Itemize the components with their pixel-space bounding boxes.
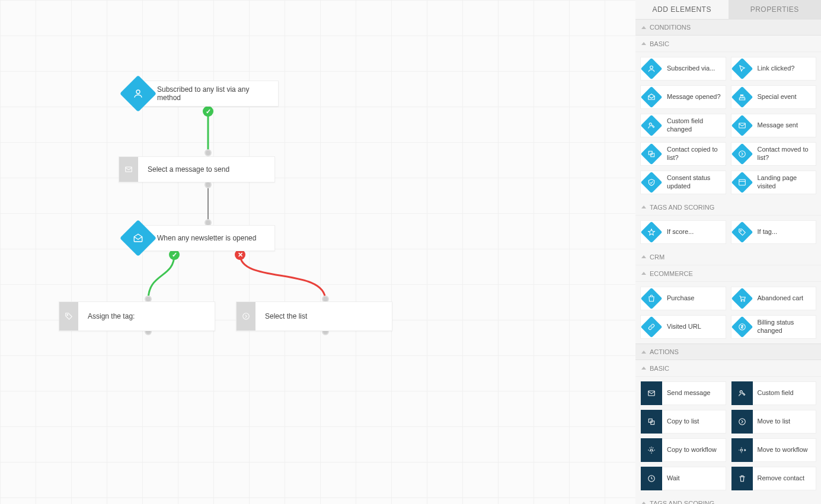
element-label: Custom field changed — [662, 117, 726, 134]
cart-icon — [731, 287, 753, 310]
element-label: Link clicked? — [753, 65, 800, 73]
subsection-title: CRM — [650, 253, 665, 261]
element-label: Billing status changed — [753, 319, 816, 335]
subsection-title: TAGS AND SCORING — [650, 500, 714, 505]
clock-icon — [641, 467, 662, 490]
copy-icon — [641, 410, 662, 434]
subsection-title: ECOMMERCE — [650, 270, 693, 277]
section-conditions[interactable]: CONDITIONS — [635, 19, 821, 36]
link-icon — [641, 315, 662, 339]
element-custom-field[interactable]: Custom field — [731, 381, 817, 405]
element-label: Contact copied to list? — [662, 146, 726, 162]
arrow-right-circle-icon — [731, 142, 753, 166]
subsection-title: BASIC — [650, 40, 669, 47]
svg-point-16 — [740, 391, 742, 393]
element-label: Visited URL — [662, 323, 706, 331]
svg-point-4 — [650, 66, 653, 69]
workflow-canvas[interactable]: ✓ ✓ ✕ Subscribed to any list via any met… — [0, 0, 635, 504]
element-landing-page-visited[interactable]: Landing page visited — [731, 171, 817, 194]
element-contact-moved[interactable]: Contact moved to list? — [731, 142, 817, 166]
caret-up-icon — [641, 272, 646, 275]
envelope-icon — [641, 381, 662, 405]
sidebar: ADD ELEMENTS PROPERTIES CONDITIONS BASIC… — [635, 0, 821, 504]
svg-point-19 — [739, 419, 745, 425]
element-abandoned-cart[interactable]: Abandoned cart — [731, 287, 817, 310]
element-move-to-workflow[interactable]: Move to workflow — [731, 438, 817, 462]
element-label: Consent status updated — [662, 174, 726, 191]
svg-point-11 — [740, 230, 741, 232]
element-contact-copied[interactable]: Contact copied to list? — [640, 142, 726, 166]
subsection-actions-tags[interactable]: TAGS AND SCORING — [635, 495, 821, 504]
person-edit-icon — [731, 381, 753, 405]
element-label: If tag... — [753, 228, 782, 236]
element-label: Send message — [662, 389, 715, 397]
element-label: Message opened? — [662, 93, 726, 101]
svg-point-20 — [650, 449, 653, 451]
element-custom-field-changed[interactable]: Custom field changed — [640, 114, 726, 137]
element-purchase[interactable]: Purchase — [640, 287, 726, 310]
svg-point-0 — [136, 90, 140, 94]
cursor-icon — [731, 57, 753, 81]
tab-label: PROPERTIES — [750, 5, 799, 14]
element-copy-to-workflow[interactable]: Copy to workflow — [640, 438, 726, 462]
svg-rect-10 — [739, 179, 745, 185]
copy-icon — [641, 142, 662, 166]
element-label: Abandoned cart — [753, 294, 809, 303]
node-subscribed-condition[interactable]: Subscribed to any list via any method — [138, 81, 279, 107]
svg-point-21 — [740, 449, 743, 451]
element-copy-to-list[interactable]: Copy to list — [640, 410, 726, 434]
tag-icon — [731, 220, 753, 244]
svg-point-13 — [743, 300, 745, 301]
element-message-opened[interactable]: Message opened? — [640, 85, 726, 109]
tab-properties[interactable]: PROPERTIES — [729, 0, 822, 19]
element-wait[interactable]: Wait — [640, 467, 726, 490]
node-move-to-list-action[interactable]: Select the list — [236, 301, 392, 331]
element-label: Move to list — [753, 418, 796, 426]
element-label: Move to workflow — [753, 446, 813, 454]
person-edit-icon — [641, 114, 662, 137]
element-label: Subscribed via... — [662, 65, 720, 73]
element-billing-status-changed[interactable]: Billing status changed — [731, 315, 817, 339]
cake-icon — [731, 85, 753, 109]
element-consent-updated[interactable]: Consent status updated — [640, 171, 726, 194]
element-send-message[interactable]: Send message — [640, 381, 726, 405]
caret-up-icon — [641, 42, 646, 45]
section-actions[interactable]: ACTIONS — [635, 344, 821, 360]
node-label: Select the list — [255, 312, 317, 320]
subsection-conditions-crm[interactable]: CRM — [635, 249, 821, 265]
element-remove-contact[interactable]: Remove contact — [731, 467, 817, 490]
subsection-conditions-tags[interactable]: TAGS AND SCORING — [635, 199, 821, 216]
element-special-event[interactable]: Special event — [731, 85, 817, 109]
envelope-icon — [119, 157, 138, 182]
node-message-opened-condition[interactable]: When any newsletter is opened — [138, 225, 275, 251]
browser-icon — [731, 171, 753, 194]
element-visited-url[interactable]: Visited URL — [640, 315, 726, 339]
svg-point-9 — [739, 151, 745, 158]
arrow-right-circle-icon — [731, 410, 753, 434]
subsection-conditions-ecommerce[interactable]: ECOMMERCE — [635, 265, 821, 282]
node-label: Select a message to send — [138, 165, 239, 174]
element-move-to-list[interactable]: Move to list — [731, 410, 817, 434]
element-message-sent[interactable]: Message sent — [731, 114, 817, 137]
element-label: Special event — [753, 93, 801, 101]
connector-dot[interactable] — [205, 149, 212, 156]
element-if-tag[interactable]: If tag... — [731, 220, 817, 244]
caret-up-icon — [641, 206, 646, 208]
element-if-score[interactable]: If score... — [640, 220, 726, 244]
open-envelope-icon — [120, 220, 156, 256]
node-assign-tag-action[interactable]: Assign the tag: — [59, 301, 215, 331]
subsection-actions-basic[interactable]: BASIC — [635, 360, 821, 377]
element-subscribed-via[interactable]: Subscribed via... — [640, 57, 726, 81]
tab-add-elements[interactable]: ADD ELEMENTS — [635, 0, 729, 19]
trash-icon — [731, 467, 753, 490]
element-label: Contact moved to list? — [753, 146, 816, 162]
star-icon — [641, 220, 662, 244]
node-send-message-action[interactable]: Select a message to send — [119, 156, 275, 182]
gear-icon — [641, 438, 662, 462]
subsection-conditions-basic[interactable]: BASIC — [635, 36, 821, 52]
element-label: Remove contact — [753, 474, 809, 483]
subsection-title: TAGS AND SCORING — [650, 204, 714, 211]
node-label: When any newsletter is opened — [138, 234, 266, 242]
svg-rect-8 — [651, 153, 654, 157]
element-link-clicked[interactable]: Link clicked? — [731, 57, 817, 81]
